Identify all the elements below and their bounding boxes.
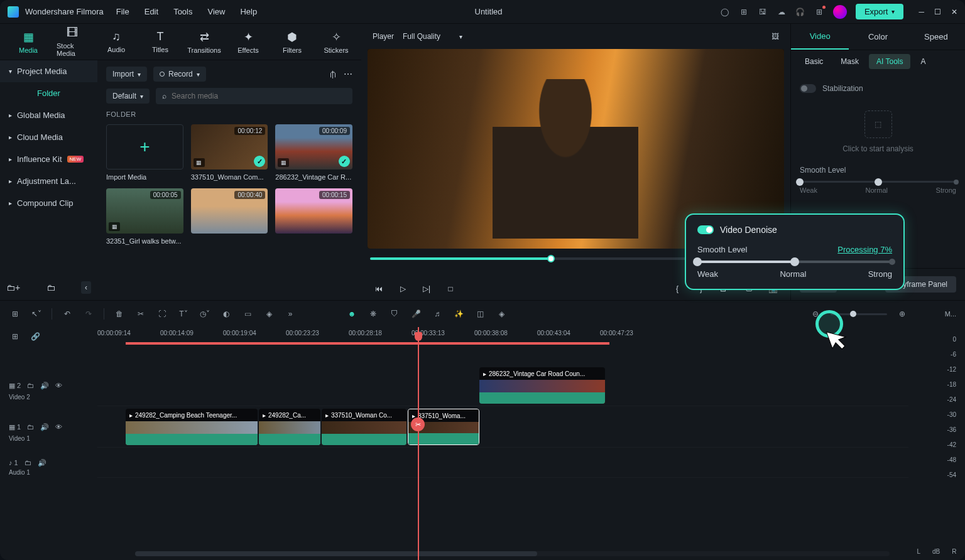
menu-file[interactable]: File xyxy=(116,7,129,16)
media-thumb[interactable]: 00:00:09▦✓ 286232_Vintage Car R... xyxy=(275,124,352,181)
tab-video[interactable]: Video xyxy=(791,24,849,50)
tab-filters[interactable]: ⬢Filters xyxy=(276,30,308,54)
new-folder-icon[interactable]: 🗀+ xyxy=(6,283,20,293)
tl-shield-icon[interactable]: ⛉ xyxy=(388,308,401,320)
tl-undo-icon[interactable]: ↶ xyxy=(61,308,74,320)
tl-enhance-icon[interactable]: ❋ xyxy=(367,308,379,320)
search-box[interactable]: ⌕ xyxy=(156,88,352,104)
subtab-more[interactable]: A xyxy=(913,54,933,69)
sidebar-compound[interactable]: ▸Compound Clip xyxy=(0,192,97,214)
timeline-tracks[interactable]: 00:00:09:14 00:00:14:09 00:00:19:04 00:0… xyxy=(97,327,908,560)
close-button[interactable]: ✕ xyxy=(951,8,957,16)
tab-effects[interactable]: ✦Effects xyxy=(232,30,264,54)
sort-dropdown[interactable]: Default▾ xyxy=(106,89,150,104)
cloud-icon[interactable]: ☁ xyxy=(777,7,787,17)
tl-cut-icon[interactable]: ✂ xyxy=(134,308,147,320)
minimize-button[interactable]: ─ xyxy=(919,8,924,16)
tl-frame-icon[interactable]: ◫ xyxy=(474,308,486,320)
filter-icon[interactable]: ⫛ xyxy=(329,69,337,79)
tl-mask-icon[interactable]: ▭ xyxy=(241,308,254,320)
quality-dropdown[interactable]: Full Quality▾ xyxy=(403,32,462,41)
tab-audio[interactable]: ♫Audio xyxy=(101,30,132,53)
tl-redo-icon[interactable]: ↷ xyxy=(82,308,95,320)
prev-button[interactable]: ⏮ xyxy=(371,281,386,296)
tab-stickers[interactable]: ✧Stickers xyxy=(320,30,352,54)
stabilization-toggle[interactable] xyxy=(800,84,816,93)
denoise-slider[interactable] xyxy=(697,261,892,263)
zoom-in-icon[interactable]: ⊕ xyxy=(896,308,908,320)
user-avatar[interactable] xyxy=(833,5,847,19)
track-head-audio1[interactable]: ♪ 1🗀🔊 Audio 1 xyxy=(0,448,97,478)
tab-speed[interactable]: Speed xyxy=(907,24,965,50)
track-head-video2[interactable]: ▦ 2🗀🔊👁 Video 2 xyxy=(0,365,97,406)
tl-link-icon[interactable]: 🔗 xyxy=(29,330,41,343)
playhead[interactable]: ✂ xyxy=(418,327,419,560)
track-video1[interactable]: ▸ 249282_Camping Beach Teenager... ▸ 249… xyxy=(97,406,908,448)
smooth-slider[interactable] xyxy=(800,181,956,183)
save-icon[interactable]: 🖫 xyxy=(758,7,768,17)
tl-delete-icon[interactable]: 🗑 xyxy=(113,308,126,320)
headphones-icon[interactable]: 🎧 xyxy=(795,7,805,17)
collapse-sidebar-button[interactable]: ‹ xyxy=(81,281,91,294)
menu-help[interactable]: Help xyxy=(240,7,257,16)
stop-button[interactable]: □ xyxy=(443,281,458,296)
sidebar-project-media[interactable]: ▾Project Media xyxy=(0,60,97,82)
tl-pointer-icon[interactable]: ↖˅ xyxy=(30,308,43,320)
sidebar-folder[interactable]: Folder xyxy=(0,82,97,104)
tl-text-icon[interactable]: T˅ xyxy=(177,308,190,320)
clip[interactable]: ▸ 249282_Ca... xyxy=(259,409,320,445)
track-video2[interactable]: ▸ 286232_Vintage Car Road Coun... xyxy=(97,365,908,406)
tl-music-icon[interactable]: ♬ xyxy=(431,308,444,320)
menu-edit[interactable]: Edit xyxy=(144,7,158,16)
media-thumb[interactable]: 00:00:40 xyxy=(191,188,268,245)
tl-marker-icon[interactable]: ◈ xyxy=(495,308,508,320)
tab-titles[interactable]: TTitles xyxy=(144,30,176,53)
tl-speed-icon[interactable]: ◷˅ xyxy=(199,308,211,320)
clip[interactable]: ▸ 249282_Camping Beach Teenager... xyxy=(126,409,258,445)
menu-view[interactable]: View xyxy=(207,7,225,16)
tl-ai-icon[interactable]: ☻ xyxy=(346,308,358,320)
tl-keyframe-icon[interactable]: ◈ xyxy=(263,308,275,320)
menu-tools[interactable]: Tools xyxy=(173,7,192,16)
maximize-button[interactable]: ☐ xyxy=(934,8,941,16)
tl-grid-icon[interactable]: ⊞ xyxy=(9,308,21,320)
media-thumb[interactable]: 00:00:12▦✓ 337510_Woman Com... xyxy=(191,124,268,181)
analysis-icon[interactable]: ⬚ xyxy=(864,110,892,138)
play-button[interactable]: ▷ xyxy=(395,281,410,296)
tab-color[interactable]: Color xyxy=(849,24,907,50)
denoise-toggle[interactable] xyxy=(697,225,714,234)
tl-more-icon[interactable]: » xyxy=(284,308,297,320)
tab-media[interactable]: ▦Media xyxy=(13,30,44,54)
record-dropdown[interactable]: Record▾ xyxy=(153,67,206,82)
subtab-basic[interactable]: Basic xyxy=(797,54,831,69)
import-media-tile[interactable]: + Import Media xyxy=(106,124,183,181)
next-button[interactable]: ▷| xyxy=(419,281,434,296)
mark-in-button[interactable]: { xyxy=(670,281,685,296)
subtab-mask[interactable]: Mask xyxy=(833,54,866,69)
cut-at-playhead-icon[interactable]: ✂ xyxy=(411,417,425,431)
tl-expand-icon[interactable]: ⊞ xyxy=(9,330,21,343)
export-button[interactable]: Export▾ xyxy=(856,4,904,19)
folder-icon[interactable]: 🗀 xyxy=(46,283,55,293)
apps-icon[interactable]: ⊞ xyxy=(814,7,824,17)
search-input[interactable] xyxy=(172,92,346,100)
tl-color-icon[interactable]: ◐ xyxy=(220,308,232,320)
tl-light-icon[interactable]: ✨ xyxy=(452,308,465,320)
media-thumb[interactable]: 00:00:05▦ 32351_Girl walks betw... xyxy=(106,188,183,245)
sidebar-adjustment[interactable]: ▸Adjustment La... xyxy=(0,170,97,192)
screen-icon[interactable]: ⊞ xyxy=(739,7,749,17)
sidebar-global-media[interactable]: ▸Global Media xyxy=(0,104,97,126)
sidebar-cloud-media[interactable]: ▸Cloud Media xyxy=(0,126,97,148)
h-scrollbar[interactable] xyxy=(135,551,890,556)
more-icon[interactable]: ⋯ xyxy=(344,69,352,79)
clip[interactable]: ▸ 337510_Woman Co... xyxy=(322,409,406,445)
sidebar-influence-kit[interactable]: ▸Influence KitNEW xyxy=(0,148,97,170)
snapshot-icon[interactable]: 🖼 xyxy=(771,32,779,41)
tl-crop-icon[interactable]: ⛶ xyxy=(156,308,168,320)
media-thumb[interactable]: 00:00:15 xyxy=(275,188,352,245)
subtab-aitools[interactable]: AI Tools xyxy=(869,54,910,69)
tab-transitions[interactable]: ⇄Transitions xyxy=(188,30,220,54)
clip[interactable]: ▸ 286232_Vintage Car Road Coun... xyxy=(479,367,605,404)
track-head-video1[interactable]: ▦ 1🗀🔊👁 Video 1 xyxy=(0,406,97,448)
track-audio1[interactable] xyxy=(97,448,908,478)
